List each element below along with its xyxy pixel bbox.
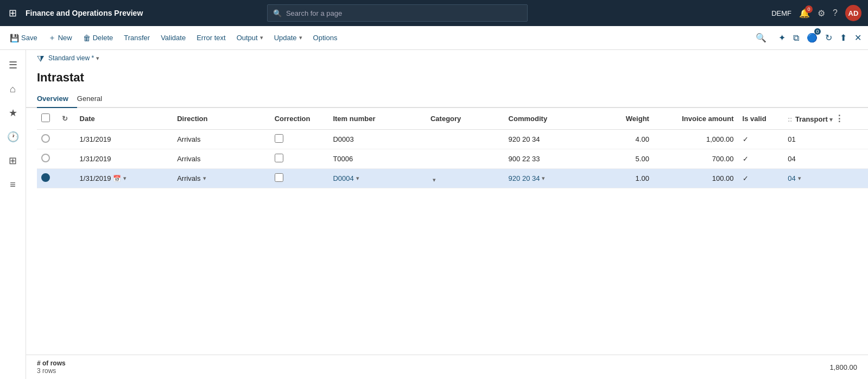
output-button[interactable]: Output ▾	[231, 30, 269, 45]
table-row[interactable]: 1/31/2019 Arrivals D0003 920 20 34 4.00 …	[37, 130, 868, 149]
category-chevron[interactable]: ▾	[433, 176, 436, 184]
transfer-button[interactable]: Transfer	[118, 30, 155, 45]
toolbar-right-icons: ✦ ⧉ 🔵0 ↻ ⬆ ✕	[776, 30, 864, 45]
row-direction-cell: Arrivals	[173, 130, 270, 149]
options-button[interactable]: Options	[308, 30, 343, 45]
update-button[interactable]: Update ▾	[269, 30, 308, 45]
row-commodity-cell[interactable]: 920 20 34 ▾	[504, 169, 595, 188]
settings-button[interactable]: ⚙	[818, 8, 825, 18]
view-selector[interactable]: Standard view * ▾	[48, 54, 99, 62]
row-status-cell	[58, 149, 75, 169]
row-correction-cell[interactable]	[270, 149, 329, 169]
tab-overview[interactable]: Overview	[37, 90, 77, 108]
correction-checkbox[interactable]	[275, 134, 283, 143]
sidebar-recent[interactable]: 🕐	[2, 126, 24, 148]
search-placeholder: Search for a page	[286, 9, 342, 17]
item-number-dropdown[interactable]: D0004 ▾	[333, 174, 359, 182]
row-category-cell[interactable]: ▾	[426, 169, 504, 188]
top-nav-right: DEMF 🔔 0 ⚙ ? AD	[771, 5, 861, 21]
row-item-number-cell[interactable]: D0004 ▾	[328, 169, 426, 188]
sidebar-hamburger[interactable]: ☰	[2, 54, 24, 76]
sidebar-home[interactable]: ⌂	[2, 78, 24, 100]
columns-icon[interactable]: ⧉	[791, 31, 801, 45]
row-radio[interactable]	[41, 154, 50, 162]
error-text-button[interactable]: Error text	[191, 30, 231, 45]
transport-chevron[interactable]: ▾	[798, 175, 801, 182]
row-invoice-amount-cell: 1,000.00	[654, 130, 738, 149]
row-item-number-cell: T0006	[328, 149, 426, 169]
table-row[interactable]: 1/31/2019 📅 ▾ Arrivals ▾	[37, 169, 868, 188]
notification-button[interactable]: 🔔 0	[799, 8, 810, 18]
avatar[interactable]: AD	[845, 5, 861, 21]
tab-general[interactable]: General	[77, 90, 111, 108]
direction-dropdown[interactable]: Arrivals ▾	[177, 174, 206, 182]
row-select-cell[interactable]	[37, 169, 58, 188]
sidebar-favorites[interactable]: ★	[2, 102, 24, 124]
weight-header[interactable]: Weight	[595, 108, 654, 130]
row-is-valid-cell: ✓	[738, 149, 784, 169]
refresh-icon[interactable]: ↻	[823, 30, 834, 45]
refresh-rows-icon[interactable]: ↻	[62, 115, 68, 123]
row-direction-cell: Arrivals	[173, 149, 270, 169]
category-dropdown[interactable]: ▾	[430, 176, 436, 184]
direction-chevron-icon[interactable]: ▾	[123, 175, 126, 182]
transport-more-icon[interactable]: ⋮	[835, 114, 844, 123]
sidebar-workspaces[interactable]: ⊞	[2, 150, 24, 172]
direction-header[interactable]: Direction	[173, 108, 270, 130]
row-is-valid-cell: ✓	[738, 130, 784, 149]
select-all-checkbox[interactable]	[41, 113, 50, 122]
row-correction-cell[interactable]	[270, 169, 329, 188]
calendar-icon[interactable]: 📅	[113, 175, 121, 182]
close-icon[interactable]: ✕	[852, 30, 864, 45]
filter-icon[interactable]: ⧩	[37, 54, 44, 64]
open-new-icon[interactable]: ⬆	[838, 30, 849, 45]
sidebar: ☰ ⌂ ★ 🕐 ⊞ ≡	[0, 50, 26, 379]
is-valid-header[interactable]: Is valid	[738, 108, 784, 130]
commodity-dropdown[interactable]: 920 20 34 ▾	[509, 174, 546, 182]
correction-checkbox[interactable]	[275, 173, 283, 182]
row-direction-cell[interactable]: Arrivals ▾	[173, 169, 270, 188]
app-title: Finance and Operations Preview	[26, 9, 143, 17]
save-button[interactable]: 💾 Save	[4, 30, 43, 46]
personalize-icon[interactable]: ✦	[776, 30, 788, 45]
delete-button[interactable]: 🗑 Delete	[78, 30, 119, 46]
commodity-header[interactable]: Commodity	[504, 108, 595, 130]
date-header[interactable]: Date	[75, 108, 160, 130]
row-select-cell[interactable]	[37, 130, 58, 149]
row-transport-cell: 04	[783, 149, 868, 169]
sidebar-modules[interactable]: ≡	[2, 174, 24, 195]
environment-label: DEMF	[771, 9, 791, 17]
item-number-chevron[interactable]: ▾	[356, 175, 359, 182]
correction-header[interactable]: Correction	[270, 108, 329, 130]
grid-icon[interactable]: ⊞	[7, 5, 19, 21]
transport-sort-chevron: ▾	[829, 116, 833, 123]
global-search[interactable]: 🔍 Search for a page	[267, 4, 528, 22]
date-dropdown[interactable]: 1/31/2019 📅 ▾	[80, 174, 127, 182]
transport-dropdown[interactable]: 04 ▾	[788, 174, 801, 182]
item-number-header[interactable]: Item number	[328, 108, 426, 130]
table-container: ↻ Date Direction Correction Item number …	[26, 108, 868, 188]
delete-icon: 🗑	[83, 34, 91, 42]
table-row[interactable]: 1/31/2019 Arrivals T0006 900 22 33 5.00 …	[37, 149, 868, 169]
new-button[interactable]: ＋ New	[43, 30, 78, 46]
row-radio-selected[interactable]	[41, 173, 50, 182]
row-date-cell[interactable]: 1/31/2019 📅 ▾	[75, 169, 160, 188]
badge-icon[interactable]: 🔵0	[804, 30, 820, 45]
direction-chevron[interactable]: ▾	[203, 175, 206, 182]
correction-checkbox[interactable]	[275, 154, 283, 162]
row-select-cell[interactable]	[37, 149, 58, 169]
invoice-amount-header[interactable]: Invoice amount	[654, 108, 738, 130]
row-correction-cell[interactable]	[270, 130, 329, 149]
toolbar-search-icon[interactable]: 🔍	[750, 33, 772, 43]
commodity-chevron[interactable]: ▾	[542, 175, 545, 182]
top-navigation: ⊞ Finance and Operations Preview 🔍 Searc…	[0, 0, 868, 26]
new-icon: ＋	[48, 33, 56, 43]
category-header[interactable]: Category	[426, 108, 504, 130]
transport-header col-with-chevron[interactable]: :: Transport ▾ ⋮	[783, 108, 868, 130]
save-icon: 💾	[10, 34, 19, 42]
row-radio[interactable]	[41, 134, 50, 143]
help-button[interactable]: ?	[833, 8, 838, 18]
validate-button[interactable]: Validate	[155, 30, 191, 45]
select-all-header[interactable]	[37, 108, 58, 130]
row-transport-cell[interactable]: 04 ▾	[783, 169, 868, 188]
